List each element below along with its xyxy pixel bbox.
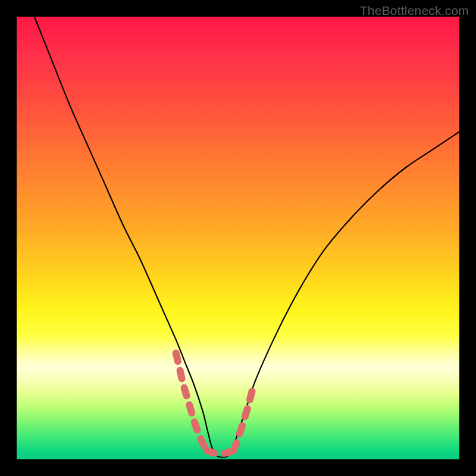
dash-left [176,353,207,450]
dash-right [234,391,252,450]
watermark-text: TheBottleneck.com [360,4,469,18]
dash-bottom [207,450,234,453]
curve-svg [17,17,459,459]
chart-frame: TheBottleneck.com [0,0,476,476]
plot-area [17,17,459,459]
main-curve [35,17,459,458]
